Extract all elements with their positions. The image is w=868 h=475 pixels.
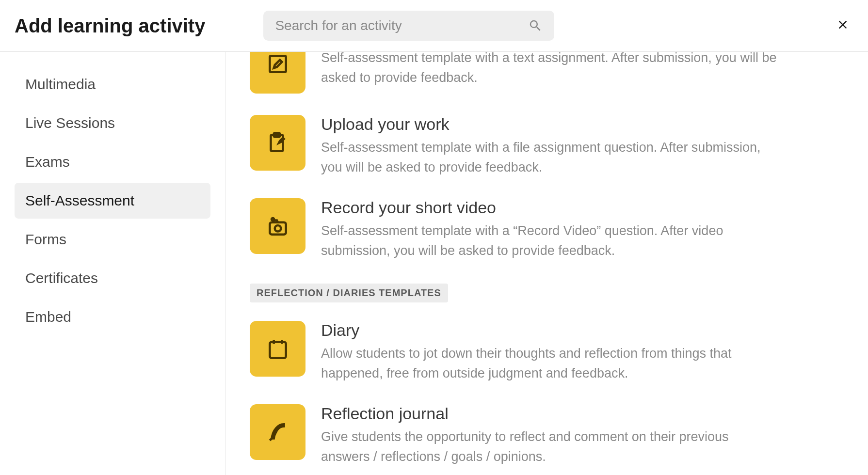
activity-icon-box [250, 404, 305, 460]
calendar-icon [266, 337, 290, 361]
activity-item[interactable]: Record your short video Self-assessment … [250, 188, 844, 271]
search-input[interactable] [275, 18, 528, 33]
activity-text: Self-assessment template with a text ass… [321, 52, 777, 87]
section-label: REFLECTION / DIARIES TEMPLATES [250, 284, 448, 302]
sidebar-item-exams[interactable]: Exams [15, 144, 210, 180]
svg-rect-3 [270, 222, 286, 234]
modal-body: Multimedia Live Sessions Exams Self-Asse… [0, 52, 868, 475]
activity-text: Reflection journal Give students the opp… [321, 404, 777, 466]
close-icon [836, 18, 850, 32]
activity-icon-box [250, 321, 305, 377]
camera-attach-icon [266, 214, 290, 238]
clipboard-pencil-icon [266, 131, 290, 155]
pencil-square-icon [266, 52, 290, 76]
close-button[interactable] [836, 16, 850, 36]
activity-desc: Self-assessment template with a text ass… [321, 52, 777, 87]
search-box[interactable] [263, 11, 554, 41]
activity-icon-box [250, 52, 305, 94]
sidebar-item-forms[interactable]: Forms [15, 222, 210, 257]
feather-icon [266, 420, 290, 444]
sidebar-item-embed[interactable]: Embed [15, 299, 210, 335]
activity-title: Upload your work [321, 115, 777, 134]
sidebar-item-live-sessions[interactable]: Live Sessions [15, 105, 210, 141]
activity-text: Diary Allow students to jot down their t… [321, 321, 777, 383]
activity-desc: Self-assessment template with a “Record … [321, 221, 777, 260]
activity-icon-box [250, 115, 305, 171]
sidebar-item-self-assessment[interactable]: Self-Assessment [15, 183, 210, 219]
modal-title: Add learning activity [15, 15, 205, 37]
activity-item[interactable]: Self-assessment template with a text ass… [250, 52, 844, 104]
sidebar-item-multimedia[interactable]: Multimedia [15, 66, 210, 102]
svg-point-5 [272, 218, 274, 220]
activity-title: Diary [321, 321, 777, 340]
activity-text: Upload your work Self-assessment templat… [321, 115, 777, 177]
activity-desc: Self-assessment template with a file ass… [321, 138, 777, 177]
modal-header: Add learning activity [0, 0, 868, 52]
activity-text: Record your short video Self-assessment … [321, 198, 777, 260]
activity-title: Record your short video [321, 198, 777, 217]
activity-desc: Allow students to jot down their thought… [321, 344, 777, 383]
sidebar-item-certificates[interactable]: Certificates [15, 260, 210, 296]
search-icon [528, 18, 543, 33]
svg-point-4 [274, 225, 281, 231]
svg-rect-6 [270, 342, 286, 358]
sidebar: Multimedia Live Sessions Exams Self-Asse… [0, 52, 225, 475]
activity-item[interactable]: Diary Allow students to jot down their t… [250, 310, 844, 394]
activity-item[interactable]: Upload your work Self-assessment templat… [250, 104, 844, 188]
activity-icon-box [250, 198, 305, 254]
main-content[interactable]: Self-assessment template with a text ass… [225, 52, 868, 475]
activity-title: Reflection journal [321, 404, 777, 423]
activity-desc: Give students the opportunity to reflect… [321, 427, 777, 466]
activity-item[interactable]: Reflection journal Give students the opp… [250, 394, 844, 475]
